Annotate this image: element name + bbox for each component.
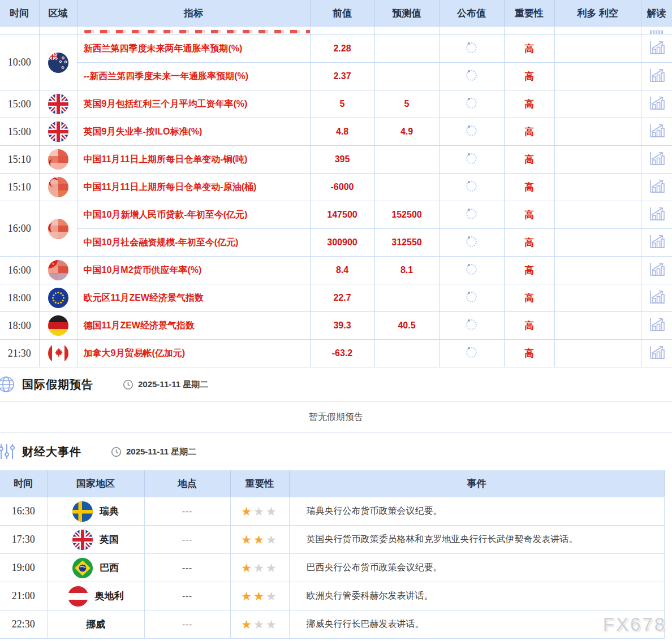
- flag-new-zealand-icon: [48, 53, 68, 73]
- forecast-value: [374, 35, 439, 63]
- importance-stars: ★★★: [241, 590, 278, 603]
- interpret-chart-icon[interactable]: [649, 68, 665, 85]
- holiday-section-date: 2025-11-11 星期二: [138, 379, 208, 390]
- event-row: 17:30 英国 --- ★★★ 英国央行货币政策委员格林和克罗地亚央行行长武伊…: [0, 526, 664, 554]
- event-row: 22:30 挪威 --- ★★★ 挪威央行行长巴赫发表讲话。: [0, 610, 664, 639]
- interpret-chart-icon[interactable]: [649, 40, 665, 57]
- bull-bear-cell: [554, 35, 641, 63]
- location-cell: ---: [144, 497, 230, 526]
- indicator-link[interactable]: 英国9月包括红利三个月平均工资年率(%): [77, 90, 310, 118]
- flag-austria-icon: [68, 586, 88, 607]
- interpret-chart-icon[interactable]: [649, 179, 665, 196]
- indicator-link[interactable]: 英国9月失业率-按ILO标准(%): [77, 118, 310, 146]
- previous-value: 2.28: [310, 35, 374, 63]
- interpret-chart-icon[interactable]: [649, 206, 665, 223]
- clipped-row: [0, 27, 672, 35]
- interpret-chart-icon[interactable]: [649, 123, 665, 140]
- importance-badge: 高: [504, 35, 554, 63]
- loading-spinner-icon: [466, 347, 477, 358]
- row-time: 10:00: [0, 35, 39, 90]
- flag-china-pixelated-icon: [48, 149, 68, 170]
- country-name: 巴西: [100, 561, 119, 574]
- col-header-region: 区域: [39, 0, 77, 27]
- loading-spinner-icon: [466, 209, 477, 219]
- events-section-title: 财经大事件: [22, 444, 81, 460]
- interpret-chart-icon[interactable]: [649, 345, 665, 362]
- flag-china-pixelated-icon: [48, 219, 68, 239]
- flag-united-kingdom-icon: [72, 530, 93, 550]
- event-text: 瑞典央行公布货币政策会议纪要。: [289, 497, 664, 526]
- loading-spinner-icon: [466, 181, 477, 192]
- table-row: 中国10月社会融资规模-年初至今(亿元) 300900 312550 高: [0, 229, 672, 257]
- holiday-empty-message: 暂无假期预告: [0, 401, 672, 433]
- indicator-link[interactable]: 中国10月M2货币供应年率(%): [77, 257, 310, 284]
- table-row: 18:00 欧元区11月ZEW经济景气指数 22.7 高: [0, 284, 672, 312]
- flag-china-pixelated-icon: [48, 260, 68, 280]
- col-header-importance: 重要性: [230, 470, 289, 497]
- loading-spinner-icon: [466, 70, 477, 81]
- event-text: 巴西央行公布货币政策会议纪要。: [289, 554, 664, 582]
- loading-spinner-icon: [466, 125, 477, 136]
- interpret-chart-icon[interactable]: [649, 151, 665, 168]
- events-section-header: 财经大事件 2025-11-11 星期二: [0, 433, 672, 470]
- events-table: 时间 国家地区 地点 重要性 事件 16:30 瑞典 --- ★★★ 瑞典央行公…: [0, 470, 665, 639]
- table-row: 16:00 中国10月M2货币供应年率(%) 8.4 8.1 高: [0, 257, 672, 284]
- flag-sweden-icon: [72, 501, 93, 522]
- indicator-link[interactable]: 新西兰第四季度未来两年通胀率预期(%): [77, 35, 310, 63]
- sliders-icon: [0, 443, 15, 461]
- indicator-link[interactable]: 德国11月ZEW经济景气指数: [77, 312, 310, 340]
- interpret-chart-icon[interactable]: [649, 234, 665, 251]
- flag-brazil-icon: [72, 558, 93, 578]
- indicator-link[interactable]: --新西兰第四季度未来一年通胀率预期(%): [77, 63, 310, 90]
- interpret-chart-icon[interactable]: [649, 262, 665, 279]
- table-row: 15:00 英国9月包括红利三个月平均工资年率(%) 5 5 高: [0, 90, 672, 118]
- table-row: --新西兰第四季度未来一年通胀率预期(%) 2.37 高: [0, 63, 672, 90]
- importance-stars: ★★★: [241, 533, 278, 546]
- indicator-link[interactable]: 中国10月社会融资规模-年初至今(亿元): [77, 229, 310, 257]
- table-row: 21:30 加拿大9月贸易帐(亿加元) -63.2 高: [0, 340, 672, 367]
- country-name: 瑞典: [100, 505, 119, 518]
- indicator-link[interactable]: 中国11月11日上期所每日仓单变动-原油(桶): [77, 174, 310, 201]
- clipped-chart-icon: [641, 27, 672, 35]
- importance-stars: ★★★: [241, 561, 278, 574]
- col-header-time: 时间: [0, 470, 47, 497]
- flag-germany-icon: [48, 315, 68, 336]
- indicator-link[interactable]: 中国11月11日上期所每日仓单变动-铜(吨): [77, 146, 310, 174]
- country-name: 挪威: [86, 618, 105, 631]
- flag-united-kingdom-icon: [48, 122, 68, 142]
- col-header-country: 国家地区: [47, 470, 144, 497]
- indicator-link[interactable]: 中国10月新增人民币贷款-年初至今(亿元): [77, 201, 310, 229]
- calendar-header-row: 时间 区域 指标 前值 预测值 公布值 重要性 利多 利空 解读: [0, 0, 672, 27]
- flag-china-pixelated-icon: [48, 177, 68, 197]
- loading-spinner-icon: [466, 319, 477, 330]
- event-text: 欧洲央行管委科赫尔发表讲话。: [289, 582, 664, 610]
- flag-united-kingdom-icon: [48, 94, 68, 114]
- col-header-event: 事件: [289, 470, 664, 497]
- col-header-forecast: 预测值: [374, 0, 439, 27]
- indicator-link[interactable]: 加拿大9月贸易帐(亿加元): [77, 340, 310, 367]
- country-name: 奥地利: [95, 590, 124, 603]
- col-header-interpret: 解读: [641, 0, 672, 27]
- table-row: 15:00 英国9月失业率-按ILO标准(%) 4.8 4.9 高: [0, 118, 672, 146]
- loading-spinner-icon: [466, 264, 477, 275]
- event-row: 16:30 瑞典 --- ★★★ 瑞典央行公布货币政策会议纪要。: [0, 497, 664, 526]
- loading-spinner-icon: [466, 292, 477, 302]
- flag-canada-icon: [48, 343, 68, 363]
- interpret-chart-icon[interactable]: [649, 289, 665, 306]
- col-header-importance: 重要性: [504, 0, 554, 27]
- loading-spinner-icon: [466, 153, 477, 164]
- event-row: 19:00 巴西 --- ★★★ 巴西央行公布货币政策会议纪要。: [0, 554, 664, 582]
- loading-spinner-icon: [466, 42, 477, 53]
- indicator-link[interactable]: 欧元区11月ZEW经济景气指数: [77, 284, 310, 312]
- event-row: 21:00 奥地利 --- ★★★ 欧洲央行管委科赫尔发表讲话。: [0, 582, 664, 610]
- col-header-published: 公布值: [439, 0, 504, 27]
- table-row: 10:00 新西兰第四季度未来两年通胀率预期(%) 2.28 高: [0, 35, 672, 63]
- globe-icon: [0, 375, 15, 393]
- col-header-bull-bear: 利多 利空: [554, 0, 641, 27]
- col-header-time: 时间: [0, 0, 39, 27]
- loading-spinner-icon: [466, 236, 477, 247]
- interpret-chart-icon[interactable]: [649, 317, 665, 334]
- event-text: 英国央行货币政策委员格林和克罗地亚央行行长武伊契奇发表讲话。: [289, 526, 664, 554]
- holiday-section-header: 国际假期预告 2025-11-11 星期二: [0, 367, 672, 401]
- interpret-chart-icon[interactable]: [649, 96, 665, 112]
